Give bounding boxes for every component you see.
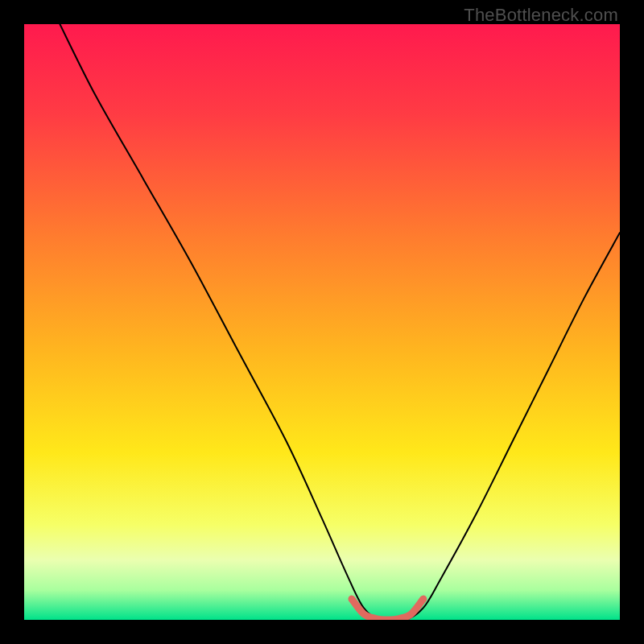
watermark-text: TheBottleneck.com [464,5,618,26]
bottleneck-curve [60,24,620,620]
curve-layer [24,24,620,620]
bottom-band [352,599,423,620]
plot-area [24,24,620,620]
chart-frame: TheBottleneck.com [0,0,644,644]
